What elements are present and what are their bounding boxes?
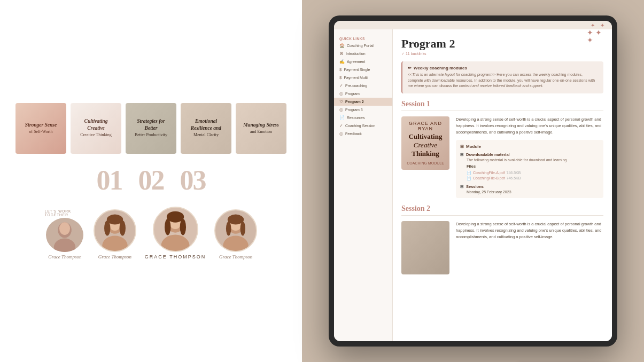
sidebar-item-label: Payment Multi [344,76,367,80]
svg-point-8 [119,221,125,236]
sessions-title: Sessions [466,184,484,189]
doc-icon: 📄 [339,115,345,120]
card-2-italic: Creative [80,125,111,131]
pencil-icon: ✏ [408,66,412,70]
sessions-row[interactable]: ⊞ Sessions [460,184,599,189]
sidebar-item-coaching-portal[interactable]: 🏠 Coaching Portal [334,42,392,50]
session-1-image-text: Cultivating [407,132,444,141]
avatar-item-4: Grace Thompson [214,209,257,259]
card-stronger-sense[interactable]: Stronger Sense of Self-Worth [15,103,66,154]
sidebar-item-label: Payment Single [344,68,370,72]
card-5-title: Managing Stress [243,122,278,128]
card-managing[interactable]: Managing Stress and Emotion [236,103,286,154]
downloadable-desc: The following material is available for … [460,158,599,162]
file-1[interactable]: 📄 CoachingFile-A.pdf 746.5KB [460,170,599,176]
sidebar-item-agreement[interactable]: ✍ Agreement [334,58,392,66]
svg-point-7 [104,221,110,236]
card-grid: Stronger Sense of Self-Worth Cultivating… [15,103,286,154]
star-decorations: ✦✦✦ [587,29,604,44]
sidebar-item-feedback[interactable]: ◎ Feedback [334,130,392,138]
sidebar-item-precoaching[interactable]: ✓ Pre-coaching [334,82,392,90]
card-1-subtitle: of Self-Worth [25,129,57,135]
sidebar-item-label: Program 3 [345,108,363,112]
left-panel: Stronger Sense of Self-Worth Cultivating… [0,0,302,362]
avatar-2-label: Grace Thompson [98,254,131,259]
session-1-title: Session 1 [401,100,603,111]
sidebar-item-resources[interactable]: 📄 Resources [334,114,392,122]
file-icon: 📄 [467,171,471,175]
session-1-desc: Developing a strong sense of self-worth … [456,116,603,198]
right-panel: ✦ ✦ Quick Links 🏠 Coaching Portal ⌘ Intr… [302,0,644,362]
letswork-text: LET'S WORK TOGETHER [45,209,85,217]
avatar-3-image [154,208,197,251]
card-strategies[interactable]: Strategies for Better Better Productivit… [126,103,176,154]
numbers-row: 01 02 03 [97,164,206,196]
card-cultivating[interactable]: Cultivating Creative Creative Thinking [71,103,121,154]
circle-icon: ◎ [339,91,343,96]
cmd-icon: ⌘ [339,51,344,56]
session-1-card: GRACE AND RYAN Cultivating Creative Thin… [401,116,603,198]
number-03: 03 [180,164,206,196]
backlinks-label: ✓ 11 backlinks [401,52,603,56]
module-banner: ✏ Weekly coaching modules <<This is an a… [401,61,603,93]
tablet-content: Quick Links 🏠 Coaching Portal ⌘ Introduc… [334,29,612,341]
avatar-2-image [95,210,135,251]
sessions-date: Monday, 25 February 2023 [460,190,599,194]
svg-point-4 [102,235,128,251]
downloadable-title: Downloadable material [466,152,510,157]
sidebar-item-label: Resources [347,116,364,120]
avatar-item-1: LET'S WORK TOGETHER Grace Thompson [45,209,85,259]
heart-icon: ♡ [339,99,343,104]
app-main: ✦✦✦ Program 2 ✓ 11 backlinks ✏ Weekly co… [393,29,612,341]
sidebar-item-label: Introduction [346,52,366,56]
dollar-icon: $ [339,67,342,72]
avatar-4-image [215,210,256,251]
sidebar-item-label: Coaching Portal [347,44,374,48]
sidebar-item-program[interactable]: ◎ Program [334,90,392,98]
card-emotional[interactable]: Emotional Resilience and Mental Clarity [181,103,231,154]
svg-point-2 [59,222,70,235]
module-banner-title: ✏ Weekly coaching modules [408,66,598,70]
file-2[interactable]: 📄 CoachingFile-B.pdf 746.5KB [460,176,599,181]
file-2-name: CoachingFile-B.pdf [473,176,505,180]
session-2-desc: Developing a strong sense of self-worth … [456,221,603,274]
sidebar-item-program3[interactable]: ◎ Program 3 [334,106,392,114]
sidebar-item-program2[interactable]: ♡ Program 2 [334,98,392,106]
sidebar-quicklinks-label: Quick Links [334,35,392,42]
pen-icon: ✍ [339,59,345,64]
sidebar-item-payment-multi[interactable]: $ Payment Multi [334,74,392,82]
avatars-row: LET'S WORK TOGETHER Grace Thompson [45,207,257,259]
sidebar-item-label: Program [345,92,360,96]
card-1-title: Stronger Sense [25,122,57,128]
file-1-size: 746.5KB [507,171,521,175]
svg-point-19 [226,221,231,235]
avatar-1-image [46,218,83,252]
file-2-size: 746.5KB [507,176,521,180]
downloadable-row[interactable]: ⊞ Downloadable material [460,152,599,157]
sidebar-item-label: Coaching Session [345,124,375,128]
avatar-2 [94,209,136,252]
check-icon: ✓ [339,83,343,88]
session-1-image-label: GRACE AND RYAN [407,121,444,131]
number-01: 01 [97,164,122,196]
module-section: ⊞ Module ⊞ Downloadable material The fol… [456,140,603,198]
session-1-image-italic: Creative [407,141,444,149]
session-1-image-footer: COACHING MODULE [407,161,444,165]
file2-icon: 📄 [467,176,471,180]
card-4-title: Emotional [191,118,221,124]
avatar-1 [46,218,83,252]
sidebar-item-coaching-session[interactable]: ✓ Coaching Session [334,122,392,130]
card-4-subtitle: Mental Clarity [191,132,221,138]
session-2-title: Session 2 [401,204,603,216]
home-icon: 🏠 [339,43,345,48]
svg-point-20 [240,221,246,235]
sidebar-item-introduction[interactable]: ⌘ Introduction [334,50,392,58]
card-2-subtitle: Creative Thinking [80,132,111,138]
svg-point-10 [161,234,189,250]
avatar-1-label: Grace Thompson [48,254,81,259]
card-2-title: Cultivating [80,118,111,124]
session-2-desc-text: Developing a strong sense of self-worth … [456,221,603,240]
tablet-device: ✦ ✦ Quick Links 🏠 Coaching Portal ⌘ Intr… [329,15,617,347]
sidebar-item-payment-single[interactable]: $ Payment Single [334,66,392,74]
card-3-subtitle: Better Productivity [135,132,167,138]
